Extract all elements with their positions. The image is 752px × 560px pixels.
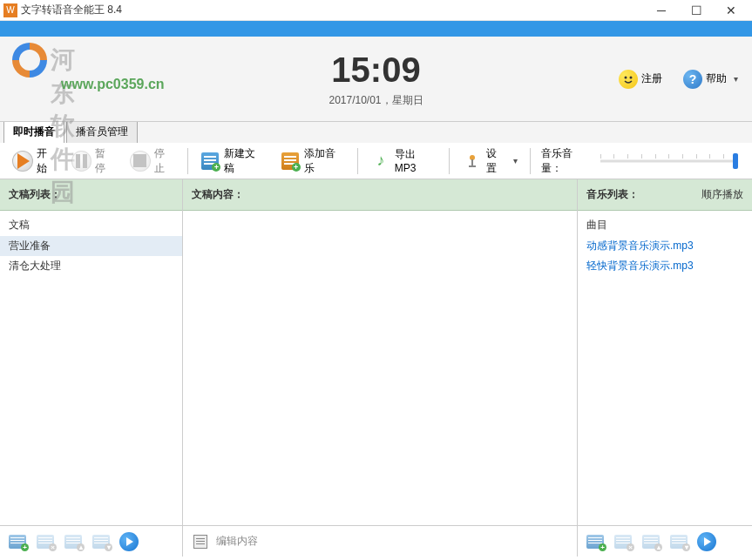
doc-add-button[interactable]: + <box>5 531 30 552</box>
play-icon <box>12 151 33 172</box>
clock-date: 2017/10/01，星期日 <box>329 93 423 108</box>
doc-list-header: 文稿列表： <box>0 179 182 211</box>
chevron-down-icon: ▾ <box>734 74 738 84</box>
doc-move-up-button[interactable]: ▴ <box>61 531 85 552</box>
stop-button[interactable]: 停止 <box>125 143 180 179</box>
add-music-icon: + <box>280 151 301 172</box>
pause-label: 暂停 <box>95 146 116 176</box>
window-title: 文字转语音全能王 8.4 <box>21 3 644 17</box>
music-move-up-button[interactable]: ▴ <box>639 531 663 552</box>
doc-list-column-header: 文稿 <box>0 214 182 236</box>
svg-rect-3 <box>471 159 473 166</box>
clock-time: 15:09 <box>329 51 423 90</box>
clock: 15:09 2017/10/01，星期日 <box>329 51 423 108</box>
accent-bar <box>0 21 752 37</box>
music-add-button[interactable]: + <box>583 531 607 552</box>
chevron-down-icon: ▾ <box>513 156 518 165</box>
tab-bar: 即时播音 播音员管理 <box>0 122 752 143</box>
svg-point-0 <box>625 76 627 78</box>
watermark-text: 河东软件园 <box>51 44 77 209</box>
new-doc-button[interactable]: + 新建文稿 <box>194 143 270 179</box>
music-move-down-button[interactable]: ▾ <box>667 531 691 552</box>
minimize-button[interactable]: ─ <box>644 0 679 21</box>
watermark-logo-icon <box>3 38 56 82</box>
music-list-column-header: 曲目 <box>578 214 752 236</box>
maximize-button[interactable]: ☐ <box>679 0 714 21</box>
add-music-label: 添加音乐 <box>304 146 346 176</box>
volume-slider[interactable] <box>600 152 738 170</box>
edit-content-label: 编辑内容 <box>216 534 258 549</box>
music-list-panel: 音乐列表： 顺序播放 曲目 动感背景音乐演示.mp3 轻快背景音乐演示.mp3 <box>578 179 752 525</box>
doc-content-panel: 文稿内容： <box>183 179 578 525</box>
tab-announcer-management[interactable]: 播音员管理 <box>66 120 138 143</box>
settings-label: 设置 <box>486 146 507 176</box>
music-note-icon: ♪ <box>370 151 391 172</box>
settings-button[interactable]: 设置 ▾ <box>457 143 523 179</box>
stop-label: 停止 <box>154 146 175 176</box>
help-icon: ? <box>683 70 702 89</box>
svg-rect-4 <box>469 165 476 167</box>
help-label: 帮助 <box>706 71 727 86</box>
list-item[interactable]: 轻快背景音乐演示.mp3 <box>578 256 752 276</box>
music-list-header: 音乐列表： 顺序播放 <box>578 179 752 211</box>
export-mp3-label: 导出MP3 <box>395 147 437 174</box>
music-play-button[interactable] <box>694 531 719 552</box>
music-remove-button[interactable]: × <box>611 531 635 552</box>
doc-move-down-button[interactable]: ▾ <box>89 531 113 552</box>
edit-icon <box>193 535 207 549</box>
app-icon: W <box>3 3 17 17</box>
stop-icon <box>130 151 151 172</box>
close-button[interactable]: ✕ <box>714 0 749 21</box>
help-button[interactable]: ? 帮助 ▾ <box>676 66 745 92</box>
doc-list-panel: 文稿列表： 文稿 营业准备 清仓大处理 <box>0 179 183 525</box>
edit-content-button[interactable] <box>188 531 213 552</box>
new-doc-label: 新建文稿 <box>224 146 266 176</box>
register-button[interactable]: 注册 <box>612 66 669 92</box>
bottom-bar: + × ▴ ▾ 编辑内容 + × ▴ ▾ <box>0 525 752 557</box>
gear-icon <box>462 151 483 172</box>
watermark-url: www.pc0359.cn <box>61 77 165 92</box>
doc-remove-button[interactable]: × <box>33 531 58 552</box>
doc-content-body <box>183 211 577 525</box>
doc-play-button[interactable] <box>117 531 141 552</box>
music-list-header-label: 音乐列表： <box>586 187 639 202</box>
new-doc-icon: + <box>200 151 220 172</box>
volume-label: 音乐音量： <box>541 146 593 176</box>
volume-handle[interactable] <box>733 153 738 169</box>
svg-point-1 <box>630 76 633 78</box>
list-item[interactable]: 营业准备 <box>0 236 182 256</box>
export-mp3-button[interactable]: ♪ 导出MP3 <box>365 144 442 178</box>
register-label: 注册 <box>641 71 662 86</box>
toolbar: 开始 暂停 停止 + 新建文稿 + 添加音乐 ♪ 导出MP3 设置 ▾ 音乐音量… <box>0 143 752 179</box>
doc-content-header: 文稿内容： <box>183 179 577 211</box>
list-item[interactable]: 清仓大处理 <box>0 256 182 276</box>
list-item[interactable]: 动感背景音乐演示.mp3 <box>578 236 752 256</box>
add-music-button[interactable]: + 添加音乐 <box>274 143 350 179</box>
smiley-icon <box>619 70 638 89</box>
title-bar: W 文字转语音全能王 8.4 ─ ☐ ✕ <box>0 0 752 21</box>
playback-mode[interactable]: 顺序播放 <box>701 187 743 202</box>
pause-icon <box>71 151 92 172</box>
pause-button[interactable]: 暂停 <box>66 143 122 179</box>
